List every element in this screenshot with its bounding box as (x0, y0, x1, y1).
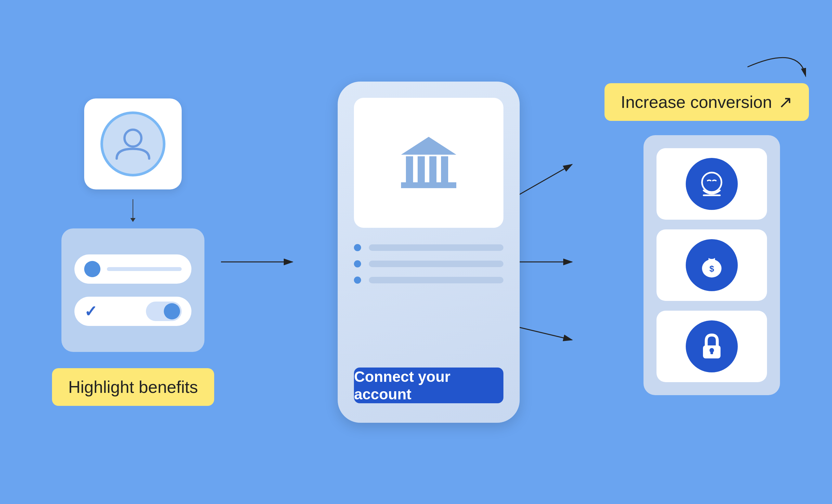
svg-rect-11 (401, 182, 456, 188)
avatar-circle (100, 111, 165, 177)
face-icon (694, 166, 730, 202)
svg-rect-23 (710, 350, 713, 354)
svg-point-5 (125, 130, 141, 147)
bank-icon (396, 134, 461, 192)
badge-arrow-icon: ↗ (778, 92, 793, 112)
face-icon-circle (686, 158, 738, 210)
money-bag-icon: $ (694, 247, 730, 283)
list-item-2 (354, 260, 503, 267)
input-dot (84, 261, 100, 277)
phone-mockup: Connect your account (338, 82, 520, 423)
list-item-1 (354, 244, 503, 251)
connect-account-button[interactable]: Connect your account (354, 368, 503, 403)
increase-conversion-label: Increase conversion (621, 92, 772, 112)
svg-rect-7 (406, 156, 413, 182)
toggle-knob (164, 303, 180, 319)
lock-icon (694, 328, 730, 364)
svg-text:$: $ (709, 264, 714, 274)
arrow-down (133, 199, 133, 219)
input-line (107, 267, 182, 271)
bar-2 (369, 261, 503, 267)
phone-bank-area (354, 98, 503, 228)
lock-icon-circle (686, 320, 738, 372)
bullet-3 (354, 276, 361, 284)
person-icon (113, 125, 152, 163)
highlight-benefits-label: Highlight benefits (68, 378, 198, 396)
left-section: ✓ Highlight benefits (52, 99, 214, 406)
bank-icon-wrap (396, 134, 461, 192)
bar-3 (369, 277, 503, 283)
list-item-3 (354, 276, 503, 284)
toggle-row: ✓ (74, 297, 191, 326)
increase-conversion-badge: Increase conversion ↗ (604, 83, 809, 121)
svg-rect-8 (418, 156, 425, 182)
checkmark-icon: ✓ (84, 302, 97, 320)
face-icon-card (656, 148, 767, 220)
money-bag-icon-circle: $ (686, 239, 738, 291)
main-canvas: ✓ Highlight benefits (26, 25, 806, 480)
form-card: ✓ (61, 229, 204, 352)
phone-wrapper: Connect your account (338, 82, 520, 423)
connect-account-label: Connect your account (354, 368, 503, 403)
lock-icon-card (656, 311, 767, 382)
icons-panel: $ (644, 135, 780, 395)
phone-list (354, 241, 503, 354)
svg-rect-9 (429, 156, 437, 182)
svg-rect-10 (441, 156, 448, 182)
avatar-card (84, 99, 182, 189)
bar-1 (369, 244, 503, 251)
bullet-1 (354, 244, 361, 251)
toggle-switch (146, 301, 182, 321)
svg-point-18 (708, 254, 716, 259)
money-bag-icon-card: $ (656, 230, 767, 301)
input-row-1 (74, 255, 191, 284)
right-section: Increase conversion ↗ (644, 109, 780, 395)
bullet-2 (354, 260, 361, 267)
svg-marker-6 (401, 137, 456, 155)
highlight-benefits-badge: Highlight benefits (52, 368, 214, 406)
